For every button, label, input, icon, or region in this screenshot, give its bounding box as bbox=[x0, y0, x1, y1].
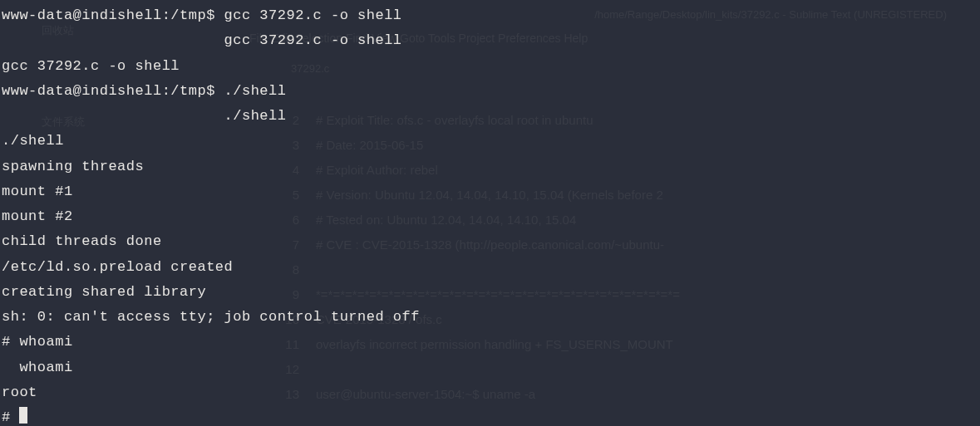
terminal-line: whoami bbox=[2, 355, 978, 380]
terminal-prompt-line: # bbox=[2, 405, 978, 426]
terminal-line: gcc 37292.c -o shell bbox=[2, 54, 978, 79]
terminal-line: child threads done bbox=[2, 229, 978, 254]
terminal-line: sh: 0: can't access tty; job control tur… bbox=[2, 305, 978, 330]
terminal-line: /etc/ld.so.preload created bbox=[2, 255, 978, 280]
terminal-line: ./shell bbox=[2, 104, 978, 129]
terminal-line: gcc 37292.c -o shell bbox=[2, 28, 978, 53]
terminal-line: ./shell bbox=[2, 129, 978, 154]
terminal-line: mount #2 bbox=[2, 204, 978, 229]
terminal-line: # whoami bbox=[2, 330, 978, 355]
terminal-output[interactable]: www-data@indishell:/tmp$ gcc 37292.c -o … bbox=[0, 0, 980, 426]
terminal-line: root bbox=[2, 380, 978, 405]
terminal-line: www-data@indishell:/tmp$ ./shell bbox=[2, 79, 978, 104]
terminal-line: www-data@indishell:/tmp$ gcc 37292.c -o … bbox=[2, 3, 978, 28]
cursor-icon bbox=[19, 407, 27, 424]
terminal-line: spawning threads bbox=[2, 154, 978, 179]
terminal-line: creating shared library bbox=[2, 280, 978, 305]
terminal-line: mount #1 bbox=[2, 179, 978, 204]
